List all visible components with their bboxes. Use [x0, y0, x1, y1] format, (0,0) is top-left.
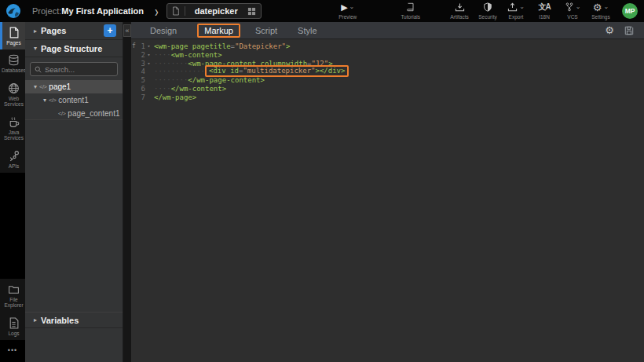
artifacts-label: Artifacts — [450, 14, 468, 20]
rail-item-databases[interactable]: Databases — [0, 49, 25, 77]
code-line-2[interactable]: 2 ▾ ····<wm-content> — [131, 51, 644, 60]
tutorials-label: Tutorials — [401, 14, 420, 20]
page-structure-section-header[interactable]: ▾ Page Structure — [25, 40, 123, 57]
security-button[interactable]: Security — [476, 2, 499, 20]
book-icon — [406, 2, 415, 13]
line-number: 4 — [137, 68, 145, 76]
open-page-tab-label: datepicker — [185, 6, 247, 16]
wavemaker-logo-icon[interactable] — [0, 0, 27, 22]
code-line-1[interactable]: f 1 ▾ <wm-page pagetitle="Datepicker"> — [131, 42, 644, 51]
save-icon[interactable] — [624, 26, 634, 35]
topbar-right-actions: Artifacts Security ⌄ Export 文A I18N — [448, 2, 638, 20]
editor-toolbar: Design Markup Script Style ⚙ — [131, 22, 644, 39]
fold-arrow-icon[interactable]: ▾ — [145, 60, 152, 68]
tab-script[interactable]: Script — [255, 26, 277, 35]
i18n-button[interactable]: 文A I18N — [532, 2, 556, 20]
fold-arrow-icon[interactable]: ▾ — [145, 51, 152, 60]
expanded-arrow-icon[interactable]: ▾ — [31, 83, 39, 90]
code-line-6[interactable]: 6 ····</wm-content> — [131, 85, 644, 93]
play-icon: ▶ — [341, 3, 347, 12]
markup-code-editor[interactable]: f 1 ▾ <wm-page pagetitle="Datepicker"> 2… — [131, 39, 644, 362]
collapsed-arrow-icon: ▸ — [31, 316, 39, 324]
gutter-marker: f — [131, 42, 137, 51]
line-number: 3 — [137, 60, 145, 68]
tree-item-content1[interactable]: ▾ </> content1 — [25, 93, 123, 107]
rail-item-pages[interactable]: Pages — [0, 22, 25, 49]
tab-markup[interactable]: Markup — [197, 24, 240, 38]
editor-area: Design Markup Script Style ⚙ f 1 ▾ <wm-p… — [131, 22, 644, 362]
user-avatar[interactable]: MP — [622, 3, 638, 19]
preview-button[interactable]: ▶⌄ Preview — [336, 2, 360, 20]
file-icon — [172, 6, 185, 16]
shield-icon — [483, 2, 492, 13]
project-breadcrumb: Project: My First Application — [32, 6, 144, 16]
database-icon — [8, 54, 20, 66]
api-connector-icon — [8, 150, 20, 162]
more-options-icon[interactable]: ••• — [0, 340, 25, 362]
rail-spacer — [0, 173, 25, 278]
chevron-down-icon: ⌄ — [576, 4, 581, 10]
add-page-button[interactable]: + — [104, 24, 116, 37]
page-icon — [8, 27, 20, 38]
expanded-arrow-icon[interactable]: ▾ — [41, 97, 49, 104]
left-nav-rail: Pages Databases Web Services Java Servic… — [0, 22, 25, 362]
project-name: My First Application — [61, 6, 144, 16]
search-icon — [35, 66, 42, 73]
vcs-button[interactable]: ⌄ VCS — [561, 2, 584, 20]
preview-label: Preview — [338, 14, 357, 20]
tab-style[interactable]: Style — [298, 26, 317, 35]
tutorials-button[interactable]: Tutorials — [399, 2, 423, 20]
breadcrumb-chevron-icon: › — [155, 2, 159, 20]
upload-tray-icon — [507, 2, 518, 13]
structure-search[interactable] — [30, 62, 118, 76]
rail-item-logs[interactable]: Logs — [0, 313, 25, 340]
open-page-tab-datepicker[interactable]: datepicker — [166, 3, 262, 19]
line-number: 1 — [137, 42, 145, 51]
artifacts-button[interactable]: Artifacts — [448, 2, 471, 20]
code-line-7[interactable]: 7 </wm-page> — [131, 93, 644, 102]
collapsed-arrow-icon: ▸ — [31, 27, 39, 35]
tree-item-page-content1[interactable]: </> page_content1 — [25, 107, 123, 120]
tab-design[interactable]: Design — [150, 26, 177, 35]
wavemaker-studio: Project: My First Application › datepick… — [0, 0, 644, 362]
security-label: Security — [478, 14, 496, 20]
variables-label: Variables — [41, 316, 79, 325]
panel-spacer — [25, 120, 123, 312]
variables-section-header[interactable]: ▸ Variables — [25, 312, 123, 328]
code-tag-icon: </> — [49, 97, 56, 104]
tree-item-label: page_content1 — [68, 109, 119, 118]
chevron-down-icon: ⌄ — [603, 4, 609, 10]
vcs-label: VCS — [567, 14, 577, 20]
code-line-5[interactable]: 5 ········</wm-page-content> — [131, 76, 644, 85]
export-button[interactable]: ⌄ Export — [504, 2, 528, 20]
pages-header-label: Pages — [41, 26, 66, 35]
globe-icon — [8, 82, 20, 94]
search-input[interactable] — [45, 65, 113, 74]
log-file-icon — [8, 317, 20, 329]
rail-item-web-services[interactable]: Web Services — [0, 78, 25, 112]
project-label: Project: — [32, 6, 61, 16]
tree-item-label: content1 — [58, 96, 88, 104]
editor-settings-icon[interactable]: ⚙ — [605, 25, 614, 35]
rail-item-java-services[interactable]: Java Services — [0, 112, 25, 145]
branch-icon — [565, 2, 574, 12]
rail-item-apis[interactable]: APIs — [0, 145, 25, 173]
pages-section-header[interactable]: ▸ Pages + — [25, 22, 123, 40]
rail-item-file-explorer[interactable]: File Explorer — [0, 279, 25, 313]
gear-icon: ⚙ — [593, 2, 602, 13]
settings-button[interactable]: ⚙⌄ Settings — [589, 2, 613, 20]
export-label: Export — [509, 14, 524, 20]
folder-icon — [8, 283, 20, 295]
chevron-down-icon: ⌄ — [519, 4, 525, 10]
code-line-4-highlighted[interactable]: 4 ············<div id="multidatepicker">… — [131, 68, 644, 76]
panel-collapse-strip: « — [123, 22, 131, 362]
tree-item-page1[interactable]: ▾ </> page1 — [25, 80, 123, 93]
coffee-cup-icon — [8, 116, 20, 128]
fold-arrow-icon[interactable]: ▾ — [145, 42, 152, 51]
collapse-panel-button[interactable]: « — [123, 24, 131, 37]
top-bar: Project: My First Application › datepick… — [0, 0, 644, 22]
pages-panel: ▸ Pages + ▾ Page Structure ▾ </> page1 ▾ — [25, 22, 123, 362]
panel-footer-space — [25, 328, 123, 362]
grid-icon[interactable] — [247, 7, 256, 16]
chevron-down-icon: ⌄ — [349, 4, 355, 10]
